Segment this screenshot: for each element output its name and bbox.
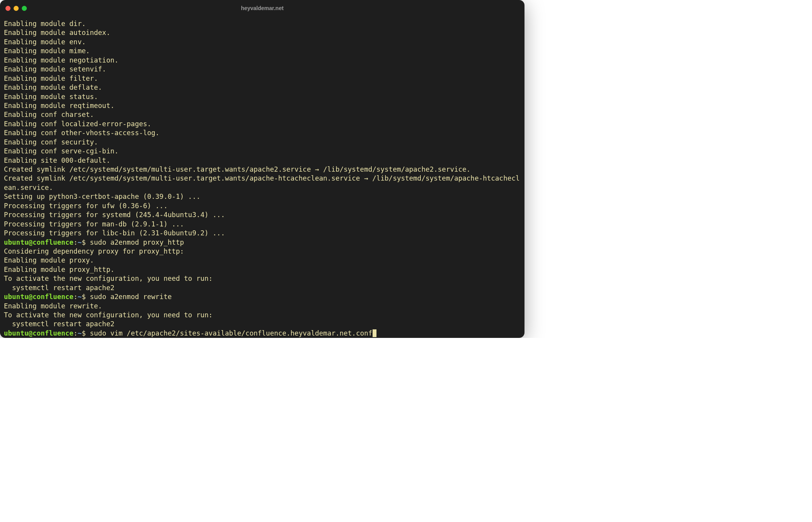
terminal-output-line: Processing triggers for ufw (0.36-6) ... [4,202,521,211]
terminal-output-line: Enabling conf other-vhosts-access-log. [4,129,521,137]
terminal-output-line: Considering dependency proxy for proxy_h… [4,247,521,256]
prompt-symbol: $ [82,329,90,337]
window-controls [5,6,27,11]
terminal-output-line: Enabling module dir. [4,19,521,28]
window-title: heyvaldemar.net [0,5,524,11]
terminal-output-line: Created symlink /etc/systemd/system/mult… [4,174,521,192]
prompt-symbol: $ [82,238,90,246]
maximize-icon[interactable] [22,6,27,11]
terminal-window: heyvaldemar.net Enabling module dir.Enab… [0,0,524,338]
terminal-output-line: Enabling module proxy. [4,256,521,265]
terminal-output-line: Enabling module status. [4,92,521,101]
prompt-path: ~ [78,293,82,301]
terminal-output-line: Setting up python3-certbot-apache (0.39.… [4,192,521,201]
prompt-separator: : [73,238,78,246]
prompt-symbol: $ [82,293,90,301]
terminal-output-line: Enabling module filter. [4,74,521,83]
terminal-output-line: Enabling site 000-default. [4,156,521,165]
prompt-user-host: ubuntu@confluence [4,238,73,246]
terminal-output-line: Processing triggers for systemd (245.4-4… [4,211,521,219]
prompt-user-host: ubuntu@confluence [4,293,73,301]
terminal-output-line: Enabling module reqtimeout. [4,101,521,110]
terminal-output-line: Enabling module negotiation. [4,56,521,65]
terminal-prompt-line: ubuntu@confluence:~$ sudo vim /etc/apach… [4,329,521,338]
terminal-output-line: Enabling module deflate. [4,83,521,92]
command-text: sudo vim /etc/apache2/sites-available/co… [90,329,372,337]
terminal-output-line: Enabling conf localized-error-pages. [4,120,521,129]
terminal-prompt-line: ubuntu@confluence:~$ sudo a2enmod proxy_… [4,238,521,247]
command-text: sudo a2enmod rewrite [90,293,172,301]
terminal-output-line: To activate the new configuration, you n… [4,311,521,320]
window-titlebar: heyvaldemar.net [0,0,524,16]
command-text: sudo a2enmod proxy_http [90,238,184,246]
prompt-separator: : [73,329,78,337]
terminal-output-line: Enabling module proxy_http. [4,265,521,274]
terminal-cursor [373,329,376,337]
terminal-output-line: systemctl restart apache2 [4,284,521,292]
terminal-output-line: Enabling conf security. [4,138,521,147]
terminal-output-line: Enabling module env. [4,38,521,47]
terminal-output-line: Enabling module autoindex. [4,28,521,37]
terminal-prompt-line: ubuntu@confluence:~$ sudo a2enmod rewrit… [4,292,521,301]
prompt-user-host: ubuntu@confluence [4,329,73,337]
prompt-path: ~ [78,329,82,337]
terminal-output-line: systemctl restart apache2 [4,320,521,329]
terminal-output-line: Enabling module setenvif. [4,65,521,74]
close-icon[interactable] [5,6,10,11]
terminal-output-line: To activate the new configuration, you n… [4,274,521,283]
minimize-icon[interactable] [14,6,19,11]
terminal-output-line: Processing triggers for man-db (2.9.1-1)… [4,220,521,229]
terminal-output-line: Enabling module rewrite. [4,302,521,311]
prompt-separator: : [73,293,78,301]
terminal-output-line: Processing triggers for libc-bin (2.31-0… [4,229,521,238]
prompt-path: ~ [78,238,82,246]
terminal-output[interactable]: Enabling module dir.Enabling module auto… [0,16,524,338]
terminal-output-line: Created symlink /etc/systemd/system/mult… [4,165,521,174]
terminal-output-line: Enabling module mime. [4,47,521,56]
terminal-output-line: Enabling conf serve-cgi-bin. [4,147,521,156]
terminal-output-line: Enabling conf charset. [4,110,521,119]
